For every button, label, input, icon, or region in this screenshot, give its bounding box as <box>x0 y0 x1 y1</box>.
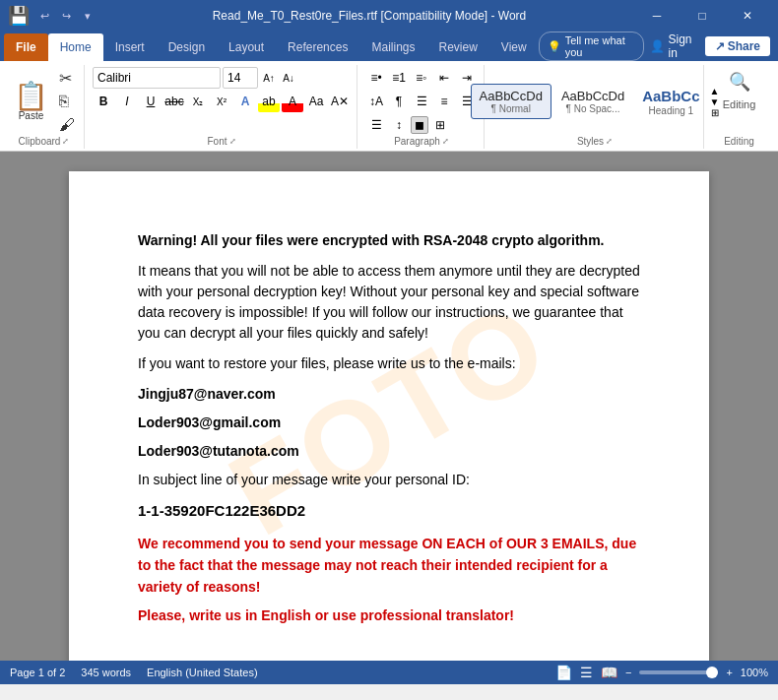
search-icon: 🔍 <box>729 71 750 93</box>
paragraph-group: ≡• ≡1 ≡◦ ⇤ ⇥ ↕A ¶ ☰ ≡ ☰ ☰ ↕ ◼ ⊞ Paragrap… <box>361 65 485 149</box>
copy-button[interactable]: ⎘ <box>56 91 78 111</box>
zoom-level: 100% <box>741 667 768 678</box>
tab-mailings[interactable]: Mailings <box>359 33 426 61</box>
justify-button[interactable]: ☰ <box>365 114 387 136</box>
font-size-selector[interactable] <box>223 67 258 89</box>
font-grow-button[interactable]: A↑ <box>260 69 278 87</box>
style-normal-label: ¶ Normal <box>491 103 531 114</box>
email3-text: Loder903@tutanota.com <box>138 441 640 462</box>
font-name-selector[interactable] <box>93 67 221 89</box>
share-icon: ↗ <box>715 39 725 53</box>
status-bar: Page 1 of 2 345 words English (United St… <box>0 661 778 684</box>
italic-button[interactable]: I <box>116 91 138 112</box>
format-painter-button[interactable]: 🖌 <box>56 114 78 135</box>
customize-btn[interactable]: ▾ <box>79 7 97 25</box>
find-button[interactable]: 🔍 <box>721 67 758 96</box>
tab-insert[interactable]: Insert <box>103 33 157 61</box>
title-bar: 💾 ↩ ↪ ▾ Read_Me_T0_Rest0re_Files.rtf [Co… <box>0 0 778 32</box>
tab-review[interactable]: Review <box>426 33 488 61</box>
styles-expand[interactable]: ⤢ <box>606 137 613 146</box>
tabs-right: 💡 Tell me what you 👤 Sign in ↗ Share <box>539 32 778 61</box>
line-spacing-button[interactable]: ↕ <box>388 114 410 136</box>
style-no-spacing-preview: AaBbCcDd <box>561 89 624 104</box>
strikethrough-button[interactable]: abc <box>163 91 185 112</box>
zoom-slider[interactable] <box>639 670 718 674</box>
document-content[interactable]: Warning! All your files were encrypted w… <box>138 230 640 626</box>
tab-view[interactable]: View <box>489 33 539 61</box>
sort-button[interactable]: ↕A <box>365 91 387 112</box>
view-print-icon[interactable]: 📄 <box>555 665 572 680</box>
para-row1: ≡• ≡1 ≡◦ ⇤ ⇥ <box>365 67 478 89</box>
minimize-button[interactable]: ─ <box>634 0 680 32</box>
editing-group: 🔍 Editing Editing <box>708 65 772 149</box>
paste-label: Paste <box>19 110 44 121</box>
ribbon-tabs: File Home Insert Design Layout Reference… <box>0 32 539 61</box>
tell-me-box[interactable]: 💡 Tell me what you <box>539 32 645 61</box>
red-please-text: Please, write us in English or use profe… <box>138 605 640 626</box>
warning-text: Warning! All your files were encrypted w… <box>138 232 605 248</box>
warning-paragraph: Warning! All your files were encrypted w… <box>138 230 640 251</box>
window-controls: ─ □ ✕ <box>634 0 770 32</box>
paragraph-expand[interactable]: ⤢ <box>442 137 449 146</box>
superscript-button[interactable]: X² <box>211 91 232 112</box>
subject-line-text: In subject line of your message write yo… <box>138 470 640 490</box>
view-web-icon[interactable]: ☰ <box>580 665 593 680</box>
font-label: Font ⤢ <box>93 136 351 149</box>
language-indicator: English (United States) <box>147 667 258 678</box>
style-normal[interactable]: AaBbCcDd ¶ Normal <box>471 84 551 120</box>
clipboard-label: Clipboard ⤢ <box>10 136 78 149</box>
page-indicator: Page 1 of 2 <box>10 667 65 678</box>
paragraph-label: Paragraph ⤢ <box>365 136 478 149</box>
app-icon: 💾 <box>8 5 30 27</box>
font-case-button[interactable]: Aa <box>305 91 327 112</box>
redo-btn[interactable]: ↪ <box>57 7 75 25</box>
underline-button[interactable]: U <box>140 91 162 112</box>
tab-file[interactable]: File <box>4 33 48 61</box>
clear-format-button[interactable]: A✕ <box>329 91 351 112</box>
body1-paragraph: It means that you will not be able to ac… <box>138 261 640 344</box>
sign-in-button[interactable]: 👤 Sign in <box>650 32 698 60</box>
tab-references[interactable]: References <box>276 33 359 61</box>
show-hide-button[interactable]: ¶ <box>388 91 410 112</box>
subscript-button[interactable]: X₂ <box>187 91 209 112</box>
paragraph-controls: ≡• ≡1 ≡◦ ⇤ ⇥ ↕A ¶ ☰ ≡ ☰ ☰ ↕ ◼ ⊞ <box>365 65 478 136</box>
font-color-button[interactable]: A <box>282 91 303 112</box>
lightbulb-icon: 💡 <box>548 40 561 53</box>
multilevel-list-button[interactable]: ≡◦ <box>411 67 432 89</box>
tab-layout[interactable]: Layout <box>217 33 276 61</box>
style-heading1[interactable]: AaBbCc Heading 1 <box>634 84 707 120</box>
editing-controls: 🔍 Editing <box>721 65 758 136</box>
numbered-list-button[interactable]: ≡1 <box>388 67 410 89</box>
cut-button[interactable]: ✂ <box>56 68 78 89</box>
view-read-icon[interactable]: 📖 <box>601 665 617 680</box>
tab-design[interactable]: Design <box>157 33 217 61</box>
zoom-out-button[interactable]: − <box>625 667 631 678</box>
styles-group: AaBbCcDd ¶ Normal AaBbCcDd ¶ No Spac... … <box>488 65 704 149</box>
text-effects-button[interactable]: A <box>234 91 256 112</box>
clipboard-expand[interactable]: ⤢ <box>62 137 69 146</box>
tab-home[interactable]: Home <box>48 33 103 61</box>
highlight-button[interactable]: ab <box>258 91 280 112</box>
close-button[interactable]: ✕ <box>725 0 770 32</box>
undo-btn[interactable]: ↩ <box>35 7 53 25</box>
bullet-list-button[interactable]: ≡• <box>365 67 387 89</box>
personal-id-text: 1-1-35920FC122E36DD2 <box>138 500 640 523</box>
zoom-in-button[interactable]: + <box>726 667 732 678</box>
align-left-button[interactable]: ☰ <box>411 91 432 112</box>
style-heading1-preview: AaBbCc <box>642 88 699 105</box>
decrease-indent-button[interactable]: ⇤ <box>433 67 455 89</box>
bold-button[interactable]: B <box>93 91 114 112</box>
paste-icon: 📋 <box>14 83 48 110</box>
align-center-button[interactable]: ≡ <box>433 91 455 112</box>
window-title: Read_Me_T0_Rest0re_Files.rtf [Compatibil… <box>104 9 634 23</box>
font-expand[interactable]: ⤢ <box>229 137 236 146</box>
font-shrink-button[interactable]: A↓ <box>280 69 297 87</box>
share-button[interactable]: ↗ Share <box>705 36 770 56</box>
shading-button[interactable]: ◼ <box>411 116 428 134</box>
body2-paragraph: If you want to restore your files, pleas… <box>138 353 640 374</box>
styles-controls: AaBbCcDd ¶ Normal AaBbCcDd ¶ No Spac... … <box>471 65 720 136</box>
paste-button[interactable]: 📋 Paste <box>10 81 52 123</box>
maximize-button[interactable]: □ <box>680 0 725 32</box>
borders-button[interactable]: ⊞ <box>429 114 451 136</box>
style-no-spacing[interactable]: AaBbCcDd ¶ No Spac... <box>553 85 632 119</box>
